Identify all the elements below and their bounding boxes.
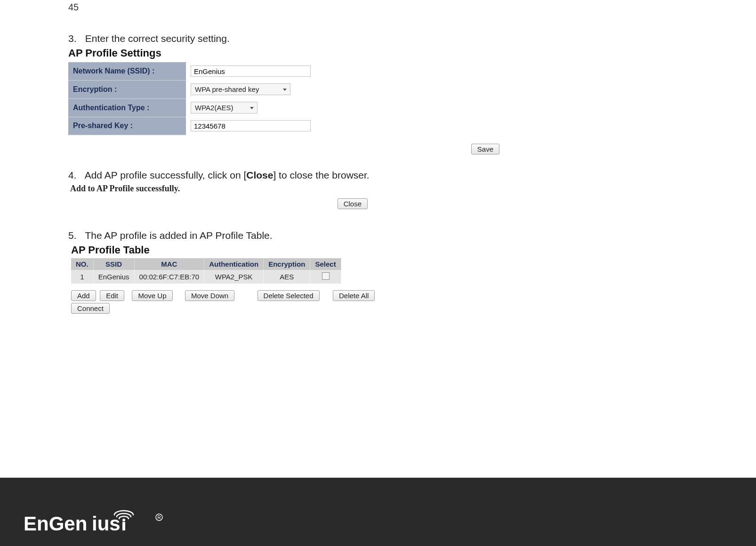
move-up-button[interactable]: Move Up xyxy=(132,290,172,301)
step-3: 3. Enter the correct security setting. xyxy=(68,33,539,44)
psk-label: Pre-shared Key : xyxy=(68,117,186,135)
psk-input[interactable] xyxy=(191,120,311,131)
col-no: NO. xyxy=(71,258,93,270)
add-success-message: Add to AP Profile successfully. xyxy=(70,184,539,194)
step-4-pre: Add AP profile successfully, click on [ xyxy=(85,170,247,180)
svg-text:R: R xyxy=(158,515,161,520)
encryption-row: Encryption : WPA pre-shared key xyxy=(68,80,318,98)
ssid-label: Network Name (SSID) : xyxy=(68,62,186,80)
edit-button[interactable]: Edit xyxy=(100,290,124,301)
ap-profile-settings-table: Network Name (SSID) : Encryption : WPA p… xyxy=(68,62,318,135)
step-text: Add AP profile successfully, click on [C… xyxy=(85,170,370,180)
cell-mac: 00:02:6F:C7:EB:70 xyxy=(134,270,204,284)
save-button[interactable]: Save xyxy=(471,144,499,155)
col-auth: Authentication xyxy=(204,258,264,270)
svg-point-2 xyxy=(122,519,125,522)
encryption-label: Encryption : xyxy=(68,80,186,98)
cell-ssid: EnGenius xyxy=(93,270,134,284)
psk-row: Pre-shared Key : xyxy=(68,117,318,135)
table-buttons: Add Edit Move Up Move Down Delete Select… xyxy=(71,290,539,316)
close-button[interactable]: Close xyxy=(338,198,368,209)
connect-button[interactable]: Connect xyxy=(71,303,110,314)
save-row: Save xyxy=(68,144,501,156)
step-4: 4. Add AP profile successfully, click on… xyxy=(68,170,539,181)
step-number: 3. xyxy=(68,33,82,44)
ap-profile-table: NO. SSID MAC Authentication Encryption S… xyxy=(71,258,341,284)
svg-text:EnGen: EnGen xyxy=(24,513,87,535)
delete-all-button[interactable]: Delete All xyxy=(333,290,375,301)
page-number: 45 xyxy=(68,2,79,13)
cell-no: 1 xyxy=(71,270,93,284)
step-number: 4. xyxy=(68,170,82,181)
document-page: 45 3. Enter the correct security setting… xyxy=(0,0,756,546)
delete-selected-button[interactable]: Delete Selected xyxy=(257,290,320,301)
step-text: Enter the correct security setting. xyxy=(85,33,230,44)
col-ssid: SSID xyxy=(93,258,134,270)
step-number: 5. xyxy=(68,230,82,241)
add-button[interactable]: Add xyxy=(71,290,96,301)
step-4-post: ] to close the browser. xyxy=(273,170,369,180)
col-enc: Encryption xyxy=(264,258,310,270)
ap-profile-settings-title: AP Profile Settings xyxy=(68,47,539,59)
page-footer: EnGen ius R xyxy=(0,478,756,546)
row-select-checkbox[interactable] xyxy=(322,272,330,280)
svg-rect-3 xyxy=(122,522,125,530)
page-content: 3. Enter the correct security setting. A… xyxy=(68,33,539,316)
step-5: 5. The AP profile is added in AP Profile… xyxy=(68,230,539,241)
ssid-input[interactable] xyxy=(191,65,311,77)
ap-profile-table-title: AP Profile Table xyxy=(71,244,539,256)
ssid-row: Network Name (SSID) : xyxy=(68,62,318,80)
cell-sel xyxy=(310,270,341,284)
table-header-row: NO. SSID MAC Authentication Encryption S… xyxy=(71,258,341,270)
encryption-select[interactable]: WPA pre-shared key xyxy=(191,83,290,95)
cell-auth: WPA2_PSK xyxy=(204,270,264,284)
auth-type-select[interactable]: WPA2(AES) xyxy=(191,102,257,114)
auth-type-row: Authentication Type : WPA2(AES) xyxy=(68,98,318,117)
auth-type-label: Authentication Type : xyxy=(68,98,186,117)
cell-enc: AES xyxy=(264,270,310,284)
col-sel: Select xyxy=(310,258,341,270)
close-row: Close xyxy=(68,198,370,211)
move-down-button[interactable]: Move Down xyxy=(185,290,234,301)
step-text: The AP profile is added in AP Profile Ta… xyxy=(85,230,272,241)
engenius-logo-icon: EnGen ius R xyxy=(24,507,169,535)
col-mac: MAC xyxy=(134,258,204,270)
step-4-bold: Close xyxy=(246,170,273,180)
svg-text:ius: ius xyxy=(92,513,121,535)
table-row: 1 EnGenius 00:02:6F:C7:EB:70 WPA2_PSK AE… xyxy=(71,270,341,284)
